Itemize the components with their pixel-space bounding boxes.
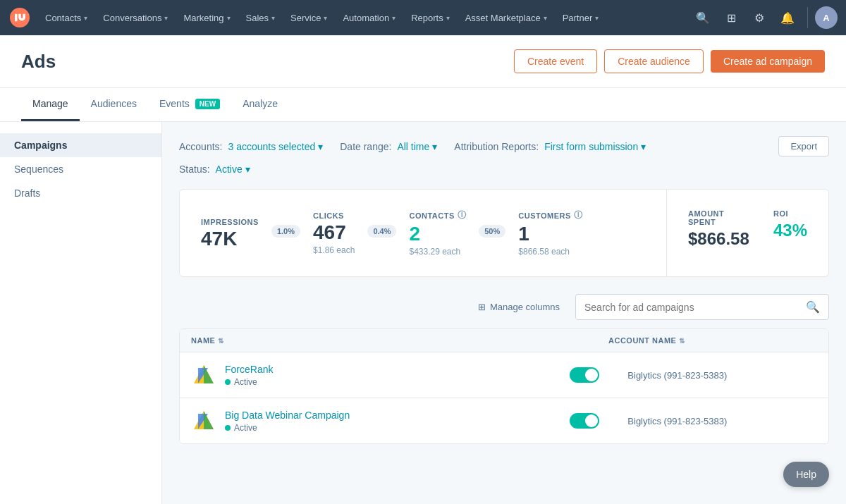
impressions-clicks-divider: 1.0% [259,225,313,242]
campaign-toggle-1[interactable]: ✓ [570,367,599,383]
toggle-knob-2 [585,414,598,427]
header-actions: Create event Create audience Create ad c… [514,49,825,73]
attribution-label: Attribution Reports: [454,141,539,152]
top-nav: Contacts ▾ Conversations ▾ Marketing ▾ S… [0,0,846,35]
clicks-contacts-divider: 0.4% [355,225,409,242]
stats-panel-right: AMOUNT SPENT $866.58 ROI 43% [667,189,829,277]
events-badge: NEW [195,99,220,109]
contacts-value: 2 [409,224,420,244]
help-button[interactable]: Help [783,462,829,487]
settings-icon[interactable]: ⚙ [747,5,772,30]
nav-partner[interactable]: Partner ▾ [556,0,606,35]
table-row: Big Data Webinar Campaign Active ✓ Bigly… [180,398,828,443]
attribution-caret-icon: ▾ [641,141,646,152]
tab-analyze[interactable]: Analyze [231,88,289,121]
name-sort-icon[interactable]: ⇅ [218,337,224,345]
page-header: Ads Create event Create audience Create … [0,35,846,88]
create-audience-button[interactable]: Create audience [604,49,704,73]
tab-events[interactable]: Events NEW [148,88,231,121]
campaign-icon-1 [191,362,216,388]
contacts-info-icon[interactable]: ⓘ [458,209,467,221]
status-dot-1 [225,379,231,385]
nav-automation[interactable]: Automation ▾ [336,0,403,35]
status-filter[interactable]: Active ▾ [216,164,250,175]
filters-row-1: Accounts: 3 accounts selected ▾ Date ran… [179,136,829,156]
sidebar-item-sequences[interactable]: Sequences [0,157,161,181]
nav-conversations[interactable]: Conversations ▾ [96,0,175,35]
marketplace-icon[interactable]: ⊞ [718,5,744,30]
customers-value: 1 [518,224,529,244]
impressions-stat: IMPRESSIONS 47K [201,218,259,249]
toggle-area-2: ✓ [570,413,599,429]
table-row: ForceRank Active ✓ Biglytics (991-823-53… [180,352,828,398]
search-button[interactable]: 🔍 [797,295,828,319]
accounts-filter[interactable]: 3 accounts selected ▾ [228,141,323,152]
hubspot-logo[interactable] [8,6,31,29]
create-event-button[interactable]: Create event [514,49,597,73]
attribution-filter[interactable]: First form submission ▾ [544,141,646,152]
amount-spent-stat: AMOUNT SPENT $866.58 [688,209,752,249]
main-content: Campaigns Sequences Drafts Accounts: 3 a… [0,122,846,504]
nav-divider [807,7,808,28]
account-col-2: Biglytics (991-823-5383) [627,416,817,426]
contacts-caret: ▾ [84,14,87,22]
table-toolbar: ⊞ Manage columns 🔍 [179,294,829,320]
nav-sales[interactable]: Sales ▾ [239,0,283,35]
search-icon[interactable]: 🔍 [690,5,716,30]
customers-sub: $866.58 each [518,247,570,257]
campaign-toggle-2[interactable]: ✓ [570,413,599,429]
ad-campaigns-table: NAME ⇅ ACCOUNT NAME ⇅ [179,328,829,444]
nav-asset-marketplace[interactable]: Asset Marketplace ▾ [458,0,554,35]
manage-columns-button[interactable]: ⊞ Manage columns [471,297,567,316]
notifications-icon[interactable]: 🔔 [775,5,800,30]
sidebar: Campaigns Sequences Drafts [0,122,162,504]
table-header: NAME ⇅ ACCOUNT NAME ⇅ [180,329,828,352]
nav-marketing[interactable]: Marketing ▾ [176,0,237,35]
tab-audiences[interactable]: Audiences [80,88,148,121]
contacts-sub: $433.29 each [409,247,460,257]
campaign-details-2: Big Data Webinar Campaign Active [225,410,350,433]
campaign-name-1[interactable]: ForceRank [225,364,273,375]
impressions-value: 47K [201,229,237,249]
sidebar-item-campaigns[interactable]: Campaigns [0,133,161,157]
date-range-caret-icon: ▾ [432,141,437,152]
partner-caret: ▾ [595,14,599,22]
date-range-filter[interactable]: All time ▾ [397,141,437,152]
page-title: Ads [21,51,56,73]
asset-marketplace-caret: ▾ [544,14,547,22]
export-button[interactable]: Export [778,136,829,156]
account-col-1: Biglytics (991-823-5383) [627,370,817,381]
roi-stat: ROI 43% [773,209,807,240]
account-sort-icon[interactable]: ⇅ [679,337,685,345]
sidebar-item-drafts[interactable]: Drafts [0,181,161,205]
campaign-name-2[interactable]: Big Data Webinar Campaign [225,410,350,421]
customers-info-icon[interactable]: ⓘ [574,209,583,221]
nav-reports[interactable]: Reports ▾ [404,0,457,35]
svg-marker-6 [204,411,214,429]
tab-manage[interactable]: Manage [21,88,80,121]
create-campaign-button[interactable]: Create ad campaign [711,50,825,73]
campaign-info-2: Big Data Webinar Campaign Active [191,408,570,434]
status-dot-2 [225,425,231,431]
nav-contacts[interactable]: Contacts ▾ [38,0,94,35]
search-input[interactable] [576,296,797,319]
reports-caret: ▾ [446,14,450,22]
roi-value: 43% [773,221,807,240]
filters-row-2: Status: Active ▾ [179,164,829,175]
tabs-bar: Manage Audiences Events NEW Analyze [0,88,846,122]
clicks-stat: CLICKS 467 $1.86 each [313,211,355,255]
campaign-icon-2 [191,408,216,434]
toggle-area-1: ✓ [570,367,599,383]
columns-icon: ⊞ [478,302,486,312]
clicks-value: 467 [313,223,346,242]
campaign-status-1: Active [225,377,273,387]
avatar[interactable]: A [815,6,838,29]
amount-spent-value: $866.58 [688,229,752,249]
status-label: Status: [179,164,210,175]
campaign-info-1: ForceRank Active [191,362,570,388]
customers-conversion: 50% [479,225,505,238]
nav-service[interactable]: Service ▾ [283,0,334,35]
campaign-details-1: ForceRank Active [225,364,273,387]
customers-stat: CUSTOMERS ⓘ 1 $866.58 each [518,209,582,257]
toggle-knob-1 [585,369,598,381]
